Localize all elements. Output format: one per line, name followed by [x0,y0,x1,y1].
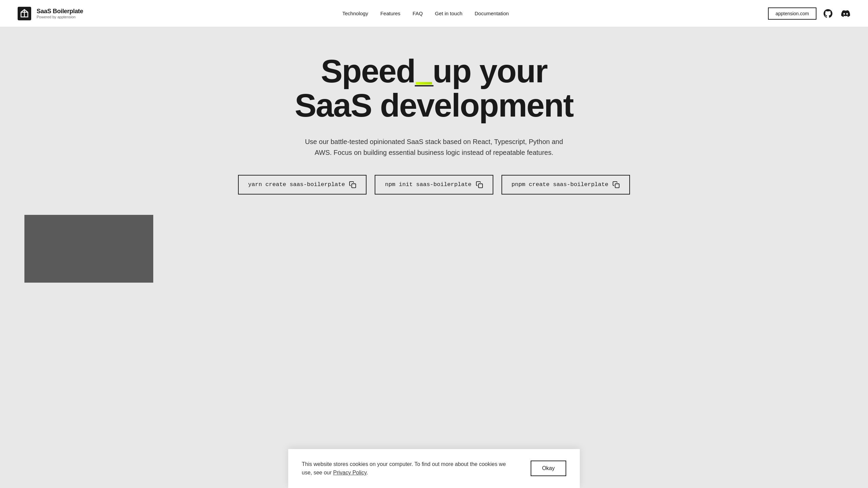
commands-row: yarn create saas-boilerplate npm init sa… [16,175,852,195]
github-icon [824,9,832,18]
privacy-policy-link[interactable]: Privacy Policy [333,470,367,475]
hero-title: Speed_up your SaaS development [16,54,852,123]
nav-item-get-in-touch[interactable]: Get in touch [435,11,462,17]
nav-link-features[interactable]: Features [380,11,400,16]
yarn-command-button[interactable]: yarn create saas-boilerplate [238,175,367,195]
svg-rect-3 [615,184,619,188]
discord-icon [841,9,850,18]
nav-link-faq[interactable]: FAQ [413,11,423,16]
underscore-animated: _ [415,54,432,88]
svg-rect-1 [352,184,356,188]
cookie-banner: This website stores cookies on your comp… [288,449,580,488]
nav-link-get-in-touch[interactable]: Get in touch [435,11,462,16]
navbar: SaaS Boilerplate Powered by apptension T… [0,0,868,27]
cookie-text: This website stores cookies on your comp… [302,460,517,477]
pnpm-copy-icon [612,181,620,188]
logo-area: SaaS Boilerplate Powered by apptension [16,5,83,22]
nav-item-technology[interactable]: Technology [342,11,368,17]
nav-item-features[interactable]: Features [380,11,400,17]
navbar-right-area: apptension.com [768,7,852,20]
cookie-text-part1: This website stores cookies on your comp… [302,461,506,476]
npm-copy-icon [476,181,483,188]
npm-command-button[interactable]: npm init saas-boilerplate [375,175,493,195]
preview-image [24,215,153,283]
apptension-button[interactable]: apptension.com [768,7,816,20]
cookie-text-part2: . [367,470,368,475]
nav-item-documentation[interactable]: Documentation [475,11,509,17]
hero-section: Speed_up your SaaS development Use our b… [0,27,868,215]
main-nav: Technology Features FAQ Get in touch Doc… [342,11,509,17]
yarn-command-text: yarn create saas-boilerplate [248,181,345,188]
yarn-copy-icon [349,181,356,188]
nav-item-faq[interactable]: FAQ [413,11,423,17]
nav-link-documentation[interactable]: Documentation [475,11,509,16]
logo-title: SaaS Boilerplate [37,8,83,15]
logo-text-area: SaaS Boilerplate Powered by apptension [37,8,83,19]
npm-command-text: npm init saas-boilerplate [385,181,471,188]
logo-subtitle: Powered by apptension [37,15,83,19]
svg-rect-2 [478,184,482,188]
hero-description: Use our battle-tested opinionated SaaS s… [302,136,566,158]
github-button[interactable] [822,7,834,20]
saas-boilerplate-logo-icon [16,5,33,22]
discord-button[interactable] [840,7,852,20]
nav-link-technology[interactable]: Technology [342,11,368,16]
pnpm-command-text: pnpm create saas-boilerplate [512,181,609,188]
cookie-okay-button[interactable]: Okay [531,461,566,476]
hero-title-line2: SaaS development [295,87,573,123]
pnpm-command-button[interactable]: pnpm create saas-boilerplate [501,175,630,195]
preview-section [0,215,868,283]
